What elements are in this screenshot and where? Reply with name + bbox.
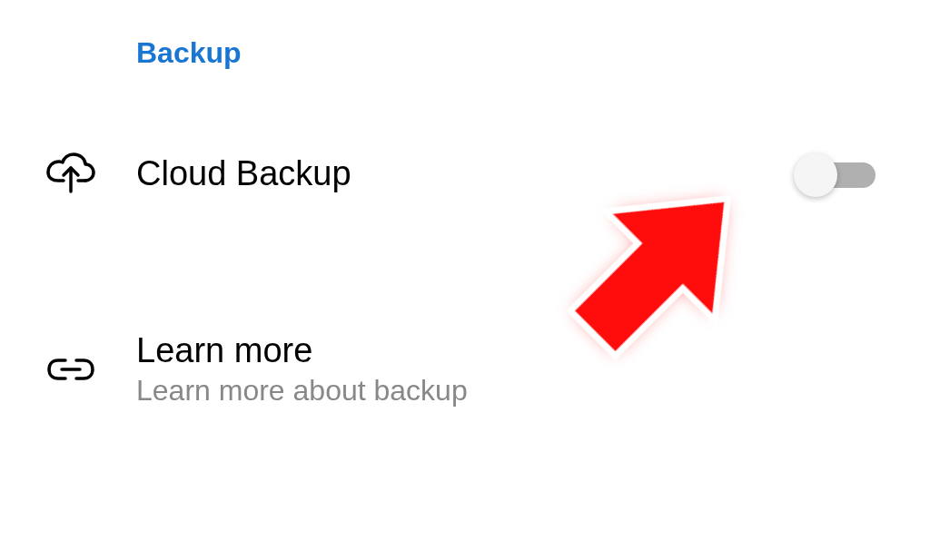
link-icon: [45, 352, 118, 387]
cloud-backup-row: Cloud Backup: [45, 152, 885, 195]
backup-settings-panel: Backup Cloud Backup Learn m: [0, 0, 930, 444]
cloud-backup-toggle[interactable]: [794, 155, 876, 192]
learn-more-subtitle: Learn more about backup: [136, 374, 885, 408]
learn-more-row[interactable]: Learn more Learn more about backup: [45, 331, 885, 408]
learn-more-title: Learn more: [136, 331, 885, 370]
cloud-backup-title: Cloud Backup: [136, 154, 794, 193]
cloud-upload-icon: [45, 152, 118, 195]
section-header: Backup: [136, 36, 885, 70]
